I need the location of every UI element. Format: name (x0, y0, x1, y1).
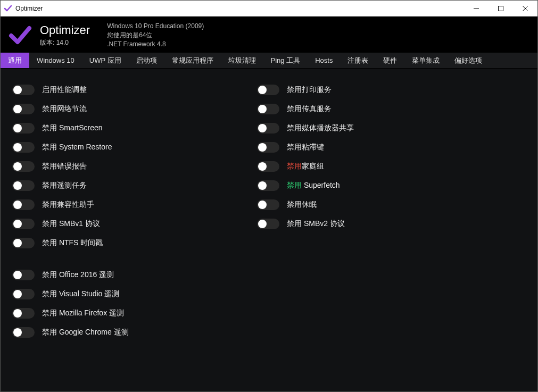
info-arch: 您使用的是64位 (107, 31, 204, 40)
toggle-vs-telemetry[interactable] (12, 289, 35, 299)
section-spacer (12, 253, 236, 265)
toggle-row-error-reporting: 禁用错误报告 (12, 157, 236, 176)
window-controls (464, 1, 537, 16)
label-smbv2: 禁用 SMBv2 协议 (287, 219, 345, 229)
toggle-row-smbv1: 禁用 SMBv1 协议 (12, 214, 236, 233)
toggle-ntfs-timestamp[interactable] (12, 238, 35, 248)
close-button[interactable] (513, 1, 537, 16)
toggle-media-sharing[interactable] (257, 123, 279, 134)
toggle-error-reporting[interactable] (12, 161, 35, 172)
app-checkmark-icon (4, 4, 12, 13)
toggle-row-office-telemetry: 禁用 Office 2016 遥测 (12, 265, 236, 285)
toggle-row-telemetry-tasks: 禁用遥测任务 (12, 176, 236, 195)
app-version: 版本: 14.0 (40, 38, 90, 47)
app-logo-icon (8, 23, 32, 47)
toggle-row-media-sharing: 禁用媒体播放器共享 (257, 119, 481, 138)
toggle-superfetch[interactable] (257, 180, 279, 191)
toggle-row-fax-service: 禁用传真服务 (257, 99, 481, 119)
label-print-service: 禁用打印服务 (287, 85, 332, 95)
label-compat-assistant: 禁用兼容性助手 (42, 200, 94, 210)
tab-windows10[interactable]: Windows 10 (29, 53, 82, 68)
label-media-sharing: 禁用媒体播放器共享 (287, 123, 354, 133)
toggle-row-compat-assistant: 禁用兼容性助手 (12, 195, 236, 214)
tab-integrator[interactable]: 菜单集成 (404, 53, 447, 68)
info-os: Windows 10 Pro Education (2009) (107, 22, 204, 31)
toggle-smbv2[interactable] (257, 219, 279, 229)
label-superfetch: 禁用 Superfetch (287, 181, 340, 190)
label-perf-tweaks: 启用性能调整 (42, 85, 87, 95)
toggle-hibernation[interactable] (257, 199, 279, 210)
toggle-homegroup[interactable] (257, 161, 279, 172)
label-system-restore: 禁用 System Restore (42, 143, 112, 152)
toggle-row-smbv2: 禁用 SMBv2 协议 (257, 214, 481, 233)
label-firefox-telemetry: 禁用 Mozilla Firefox 遥测 (42, 308, 124, 318)
app-window: Optimizer Optimizer 版本: 14.0 Windows 10 … (0, 0, 538, 392)
window-title: Optimizer (15, 5, 43, 12)
label-smbv1: 禁用 SMBv1 协议 (42, 219, 100, 229)
toggle-row-ntfs-timestamp: 禁用 NTFS 时间戳 (12, 233, 236, 253)
tab-pinger[interactable]: Ping 工具 (263, 53, 308, 68)
toggle-network-throttling[interactable] (12, 104, 35, 114)
toggle-row-print-service: 禁用打印服务 (257, 80, 481, 99)
toggle-print-service[interactable] (257, 85, 279, 95)
info-dotnet: .NET Framework 4.8 (107, 40, 204, 49)
toggle-office-telemetry[interactable] (12, 270, 35, 280)
tab-prefs[interactable]: 偏好选项 (447, 53, 490, 68)
label-error-reporting: 禁用错误报告 (42, 162, 87, 171)
toggle-telemetry-tasks[interactable] (12, 180, 35, 191)
toggle-column-left: 启用性能调整 禁用网络节流 禁用 SmartScreen 禁用 System R… (12, 80, 236, 386)
toggle-row-smartscreen: 禁用 SmartScreen (12, 119, 236, 138)
tab-cleanup[interactable]: 垃圾清理 (221, 53, 263, 68)
minimize-button[interactable] (464, 1, 489, 16)
label-telemetry-tasks: 禁用遥测任务 (42, 181, 87, 190)
label-sticky-keys: 禁用粘滞键 (287, 143, 324, 152)
label-ntfs-timestamp: 禁用 NTFS 时间戳 (42, 238, 103, 248)
toggle-fax-service[interactable] (257, 104, 279, 114)
label-smartscreen: 禁用 SmartScreen (42, 123, 103, 133)
label-network-throttling: 禁用网络节流 (42, 104, 87, 114)
label-fax-service: 禁用传真服务 (287, 104, 332, 114)
toggle-chrome-telemetry[interactable] (12, 327, 35, 338)
toggle-compat-assistant[interactable] (12, 199, 35, 210)
app-title: Optimizer (40, 23, 90, 37)
toggle-sticky-keys[interactable] (257, 142, 279, 153)
tab-startup[interactable]: 启动项 (129, 53, 164, 68)
toggle-row-firefox-telemetry: 禁用 Mozilla Firefox 遥测 (12, 304, 236, 323)
tab-general[interactable]: 通用 (1, 53, 29, 68)
tabbar: 通用 Windows 10 UWP 应用 启动项 常规应用程序 垃圾清理 Pin… (1, 53, 537, 69)
content-area: 启用性能调整 禁用网络节流 禁用 SmartScreen 禁用 System R… (1, 69, 537, 391)
toggle-row-sticky-keys: 禁用粘滞键 (257, 138, 481, 157)
maximize-button[interactable] (489, 1, 513, 16)
toggle-firefox-telemetry[interactable] (12, 308, 35, 319)
tab-apps[interactable]: 常规应用程序 (164, 53, 221, 68)
tab-registry[interactable]: 注册表 (340, 53, 376, 68)
tab-hardware[interactable]: 硬件 (376, 53, 404, 68)
label-office-telemetry: 禁用 Office 2016 遥测 (42, 270, 114, 280)
titlebar[interactable]: Optimizer (1, 1, 537, 16)
title-block: Optimizer 版本: 14.0 (40, 23, 90, 47)
toggle-perf-tweaks[interactable] (12, 85, 35, 95)
toggle-row-system-restore: 禁用 System Restore (12, 138, 236, 157)
svg-rect-0 (499, 6, 503, 11)
tab-hosts[interactable]: Hosts (308, 53, 340, 68)
toggle-row-network-throttling: 禁用网络节流 (12, 99, 236, 119)
toggle-row-chrome-telemetry: 禁用 Google Chrome 遥测 (12, 323, 236, 342)
toggle-system-restore[interactable] (12, 142, 35, 153)
label-vs-telemetry: 禁用 Visual Studio 遥测 (42, 289, 119, 299)
toggle-row-homegroup: 禁用家庭组 (257, 157, 481, 176)
tab-uwp[interactable]: UWP 应用 (82, 53, 129, 68)
toggle-smartscreen[interactable] (12, 123, 35, 134)
toggle-smbv1[interactable] (12, 219, 35, 229)
app-header: Optimizer 版本: 14.0 Windows 10 Pro Educat… (1, 16, 537, 53)
label-homegroup: 禁用家庭组 (287, 162, 324, 171)
label-chrome-telemetry: 禁用 Google Chrome 遥测 (42, 328, 129, 337)
label-hibernation: 禁用休眠 (287, 200, 317, 210)
system-info: Windows 10 Pro Education (2009) 您使用的是64位… (107, 22, 204, 48)
toggle-row-superfetch: 禁用 Superfetch (257, 176, 481, 195)
toggle-row-perf-tweaks: 启用性能调整 (12, 80, 236, 99)
toggle-column-right: 禁用打印服务 禁用传真服务 禁用媒体播放器共享 禁用粘滞键 禁用家庭组 禁用 S… (257, 80, 481, 386)
toggle-row-vs-telemetry: 禁用 Visual Studio 遥测 (12, 285, 236, 304)
toggle-row-hibernation: 禁用休眠 (257, 195, 481, 214)
